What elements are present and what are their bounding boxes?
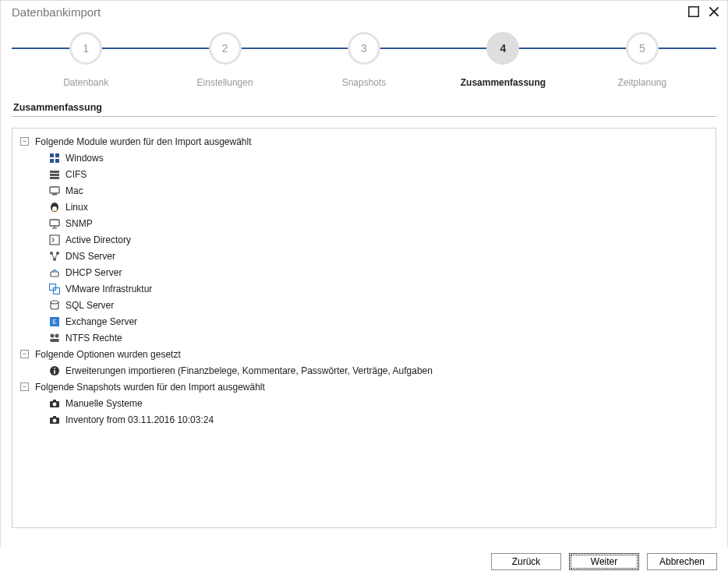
list-item[interactable]: Manuelle Systeme	[16, 395, 712, 411]
list-item[interactable]: Inventory from 03.11.2016 10:03:24	[16, 411, 712, 428]
step-number: 5	[626, 32, 659, 65]
list-item[interactable]: SNMP	[16, 215, 712, 231]
svg-point-42	[53, 418, 57, 422]
group-label: Folgende Module wurden für den Import au…	[35, 136, 252, 147]
svg-rect-0	[689, 7, 699, 17]
item-label: CIFS	[65, 169, 87, 180]
svg-rect-8	[50, 174, 59, 176]
cancel-button[interactable]: Abbrechen	[647, 553, 717, 570]
list-item[interactable]: Erweiterungen importieren (Finanzbelege,…	[16, 362, 712, 379]
group-label: Folgende Snapshots wurden für den Import…	[35, 382, 265, 393]
svg-point-31	[51, 333, 55, 337]
svg-text:E: E	[52, 318, 57, 326]
svg-rect-3	[50, 153, 54, 157]
step-number: 4	[486, 32, 519, 65]
camera-icon	[48, 397, 61, 410]
ntfs-icon	[48, 332, 61, 344]
collapse-icon[interactable]: −	[20, 382, 29, 391]
group-options: − Folgende Optionen wurden gesetzt Erwei…	[16, 346, 712, 379]
dns-icon	[48, 250, 61, 263]
cifs-icon	[48, 168, 61, 181]
step-number: 2	[209, 32, 242, 65]
item-label: Manuelle Systeme	[65, 398, 143, 409]
group-header[interactable]: − Folgende Module wurden für den Import …	[16, 133, 712, 150]
stepper: 1 Datenbank 2 Einstellungen 3 Snapshots …	[1, 23, 727, 88]
step-zusammenfassung[interactable]: 4 Zusammenfassung	[433, 32, 572, 88]
collapse-icon[interactable]: −	[20, 350, 29, 358]
item-label: SNMP	[65, 218, 93, 229]
svg-rect-7	[50, 171, 59, 173]
item-label: NTFS Rechte	[65, 333, 122, 344]
item-label: Erweiterungen importieren (Finanzbelege,…	[65, 365, 433, 376]
list-item[interactable]: Active Directory	[16, 231, 712, 248]
titlebar: Datenbankimport	[1, 1, 727, 23]
group-header[interactable]: − Folgende Optionen wurden gesetzt	[16, 346, 712, 362]
svg-rect-11	[52, 194, 57, 196]
step-snapshots[interactable]: 3 Snapshots	[295, 32, 433, 88]
group-modules: − Folgende Module wurden für den Import …	[16, 133, 712, 346]
exchange-icon: E	[48, 315, 61, 328]
svg-line-23	[51, 253, 55, 259]
svg-rect-5	[50, 159, 54, 163]
item-label: DNS Server	[65, 251, 115, 262]
info-icon	[48, 365, 61, 377]
close-icon[interactable]	[709, 6, 719, 17]
item-label: Active Directory	[65, 234, 131, 245]
sql-icon	[48, 299, 61, 312]
vmware-icon	[48, 283, 61, 295]
item-label: SQL Server	[65, 300, 114, 311]
step-zeitplanung[interactable]: 5 Zeitplanung	[573, 32, 712, 88]
svg-line-24	[55, 253, 58, 259]
mac-icon	[48, 185, 61, 197]
list-item[interactable]: SQL Server	[16, 297, 712, 313]
group-label: Folgende Optionen wurden gesetzt	[35, 349, 181, 360]
back-button[interactable]: Zurück	[491, 553, 561, 570]
section: Zusammenfassung	[1, 88, 727, 120]
list-item[interactable]: Windows	[16, 150, 712, 166]
item-label: Mac	[65, 185, 83, 196]
summary-tree[interactable]: − Folgende Module wurden für den Import …	[12, 128, 716, 528]
list-item[interactable]: CIFS	[16, 166, 712, 182]
step-label: Zeitplanung	[617, 77, 666, 88]
list-item[interactable]: NTFS Rechte	[16, 330, 712, 346]
step-label: Datenbank	[63, 77, 108, 88]
svg-rect-25	[51, 272, 58, 277]
list-item[interactable]: Mac	[16, 182, 712, 199]
group-header[interactable]: − Folgende Snapshots wurden für den Impo…	[16, 379, 712, 395]
svg-point-28	[51, 301, 58, 304]
window-controls	[688, 6, 719, 17]
linux-icon	[48, 201, 61, 213]
item-label: Inventory from 03.11.2016 10:03:24	[65, 414, 214, 425]
svg-rect-10	[50, 187, 59, 193]
step-label: Zusammenfassung	[461, 77, 546, 88]
svg-rect-9	[50, 177, 59, 179]
collapse-icon[interactable]: −	[20, 137, 29, 146]
item-label: Exchange Server	[65, 316, 137, 327]
next-button[interactable]: Weiter	[569, 553, 639, 570]
svg-rect-27	[54, 287, 60, 294]
svg-rect-36	[54, 368, 55, 369]
camera-icon	[48, 414, 61, 426]
step-number: 1	[69, 32, 102, 65]
svg-point-32	[55, 333, 59, 337]
window-title: Datenbankimport	[12, 5, 101, 19]
maximize-icon[interactable]	[688, 6, 699, 17]
list-item[interactable]: DHCP Server	[16, 264, 712, 280]
svg-rect-33	[50, 339, 59, 342]
svg-rect-6	[55, 159, 59, 163]
group-snapshots: − Folgende Snapshots wurden für den Impo…	[16, 379, 712, 428]
svg-rect-4	[55, 153, 59, 157]
windows-icon	[48, 152, 61, 164]
section-title: Zusammenfassung	[12, 102, 716, 117]
step-einstellungen[interactable]: 2 Einstellungen	[155, 32, 294, 88]
step-label: Einstellungen	[197, 77, 253, 88]
list-item[interactable]: E Exchange Server	[16, 313, 712, 330]
list-item[interactable]: DNS Server	[16, 248, 712, 264]
list-item[interactable]: VMware Infrastruktur	[16, 280, 712, 297]
item-label: Windows	[65, 153, 104, 164]
svg-rect-26	[50, 284, 56, 290]
step-datenbank[interactable]: 1 Datenbank	[16, 32, 155, 88]
active-directory-icon	[48, 234, 61, 246]
svg-rect-15	[55, 210, 57, 212]
list-item[interactable]: Linux	[16, 199, 712, 215]
